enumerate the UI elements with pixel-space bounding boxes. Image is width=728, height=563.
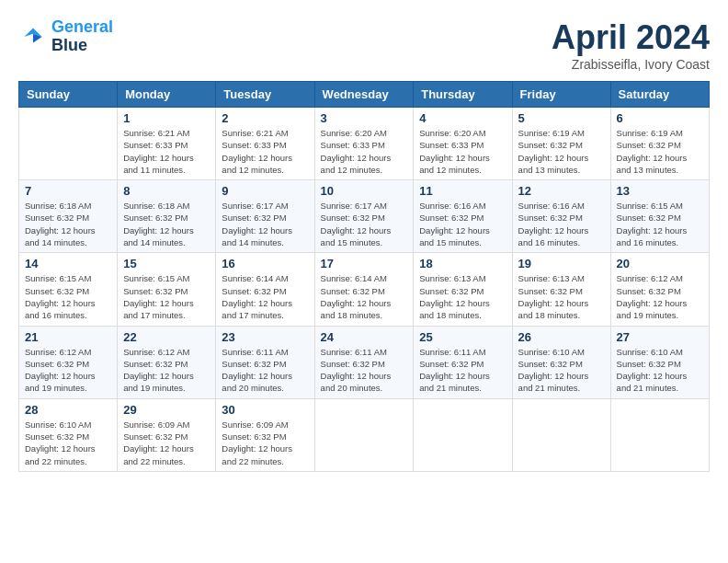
calendar-cell: 15Sunrise: 6:15 AM Sunset: 6:32 PM Dayli…	[118, 253, 216, 326]
day-number: 29	[123, 403, 210, 417]
day-number: 18	[419, 257, 506, 270]
day-info: Sunrise: 6:18 AM Sunset: 6:32 PM Dayligh…	[123, 200, 210, 248]
day-info: Sunrise: 6:18 AM Sunset: 6:32 PM Dayligh…	[25, 200, 111, 248]
calendar-cell: 22Sunrise: 6:12 AM Sunset: 6:32 PM Dayli…	[118, 326, 216, 398]
day-info: Sunrise: 6:15 AM Sunset: 6:32 PM Dayligh…	[123, 272, 210, 321]
calendar-cell: 13Sunrise: 6:15 AM Sunset: 6:32 PM Dayli…	[610, 180, 709, 253]
calendar-cell: 10Sunrise: 6:17 AM Sunset: 6:32 PM Dayli…	[314, 180, 414, 253]
calendar-cell: 26Sunrise: 6:10 AM Sunset: 6:32 PM Dayli…	[512, 326, 610, 398]
calendar-cell: 20Sunrise: 6:12 AM Sunset: 6:32 PM Dayli…	[610, 253, 709, 326]
day-info: Sunrise: 6:21 AM Sunset: 6:33 PM Dayligh…	[123, 127, 210, 176]
calendar-cell: 30Sunrise: 6:09 AM Sunset: 6:32 PM Dayli…	[216, 398, 314, 471]
day-number: 1	[123, 111, 210, 125]
day-info: Sunrise: 6:20 AM Sunset: 6:33 PM Dayligh…	[321, 127, 408, 176]
calendar-cell	[314, 398, 414, 471]
day-number: 19	[518, 257, 605, 270]
calendar-week-row: 21Sunrise: 6:12 AM Sunset: 6:32 PM Dayli…	[19, 326, 710, 398]
day-info: Sunrise: 6:16 AM Sunset: 6:32 PM Dayligh…	[419, 200, 506, 248]
day-info: Sunrise: 6:11 AM Sunset: 6:32 PM Dayligh…	[321, 346, 408, 395]
calendar-cell	[19, 108, 118, 180]
day-info: Sunrise: 6:11 AM Sunset: 6:32 PM Dayligh…	[222, 346, 308, 395]
day-info: Sunrise: 6:14 AM Sunset: 6:32 PM Dayligh…	[321, 272, 408, 321]
calendar-week-row: 7Sunrise: 6:18 AM Sunset: 6:32 PM Daylig…	[19, 180, 710, 253]
day-info: Sunrise: 6:15 AM Sunset: 6:32 PM Dayligh…	[617, 200, 703, 248]
calendar-cell: 3Sunrise: 6:20 AM Sunset: 6:33 PM Daylig…	[314, 108, 414, 180]
day-number: 9	[222, 184, 308, 198]
day-info: Sunrise: 6:10 AM Sunset: 6:32 PM Dayligh…	[25, 419, 111, 467]
weekday-header: Saturday	[610, 82, 709, 108]
calendar-cell: 23Sunrise: 6:11 AM Sunset: 6:32 PM Dayli…	[216, 326, 314, 398]
day-info: Sunrise: 6:09 AM Sunset: 6:32 PM Dayligh…	[222, 419, 308, 467]
calendar-week-row: 14Sunrise: 6:15 AM Sunset: 6:32 PM Dayli…	[19, 253, 710, 326]
logo-text: GeneralBlue	[51, 18, 113, 55]
day-number: 30	[222, 403, 308, 417]
calendar-cell: 4Sunrise: 6:20 AM Sunset: 6:33 PM Daylig…	[414, 108, 512, 180]
day-number: 22	[123, 330, 210, 344]
day-number: 4	[419, 111, 506, 125]
day-info: Sunrise: 6:13 AM Sunset: 6:32 PM Dayligh…	[419, 272, 506, 321]
calendar-cell: 2Sunrise: 6:21 AM Sunset: 6:33 PM Daylig…	[216, 108, 314, 180]
calendar-cell: 29Sunrise: 6:09 AM Sunset: 6:32 PM Dayli…	[118, 398, 216, 471]
day-info: Sunrise: 6:16 AM Sunset: 6:32 PM Dayligh…	[518, 200, 605, 248]
day-info: Sunrise: 6:09 AM Sunset: 6:32 PM Dayligh…	[123, 419, 210, 467]
day-info: Sunrise: 6:19 AM Sunset: 6:32 PM Dayligh…	[518, 127, 605, 176]
calendar-header-row: SundayMondayTuesdayWednesdayThursdayFrid…	[19, 82, 710, 108]
calendar-cell: 14Sunrise: 6:15 AM Sunset: 6:32 PM Dayli…	[19, 253, 118, 326]
day-info: Sunrise: 6:13 AM Sunset: 6:32 PM Dayligh…	[518, 272, 605, 321]
calendar-cell	[610, 398, 709, 471]
location-label: Zrabisseifla, Ivory Coast	[552, 57, 710, 72]
day-info: Sunrise: 6:17 AM Sunset: 6:32 PM Dayligh…	[321, 200, 408, 248]
day-number: 26	[518, 330, 605, 344]
calendar-cell: 18Sunrise: 6:13 AM Sunset: 6:32 PM Dayli…	[414, 253, 512, 326]
day-info: Sunrise: 6:12 AM Sunset: 6:32 PM Dayligh…	[123, 346, 210, 395]
page-header: GeneralBlue April 2024 Zrabisseifla, Ivo…	[18, 18, 710, 72]
day-info: Sunrise: 6:15 AM Sunset: 6:32 PM Dayligh…	[25, 272, 111, 321]
weekday-header: Thursday	[414, 82, 512, 108]
calendar-cell: 1Sunrise: 6:21 AM Sunset: 6:33 PM Daylig…	[118, 108, 216, 180]
day-info: Sunrise: 6:11 AM Sunset: 6:32 PM Dayligh…	[419, 346, 506, 395]
calendar-cell: 27Sunrise: 6:10 AM Sunset: 6:32 PM Dayli…	[610, 326, 709, 398]
day-info: Sunrise: 6:12 AM Sunset: 6:32 PM Dayligh…	[25, 346, 111, 395]
logo: GeneralBlue	[18, 18, 113, 55]
calendar-cell: 28Sunrise: 6:10 AM Sunset: 6:32 PM Dayli…	[19, 398, 118, 471]
weekday-header: Tuesday	[216, 82, 314, 108]
month-title: April 2024	[552, 18, 710, 57]
day-number: 15	[123, 257, 210, 270]
day-number: 27	[617, 330, 703, 344]
day-number: 5	[518, 111, 605, 125]
day-info: Sunrise: 6:10 AM Sunset: 6:32 PM Dayligh…	[518, 346, 605, 395]
day-info: Sunrise: 6:21 AM Sunset: 6:33 PM Dayligh…	[222, 127, 308, 176]
calendar-cell: 8Sunrise: 6:18 AM Sunset: 6:32 PM Daylig…	[118, 180, 216, 253]
day-number: 13	[617, 184, 703, 198]
calendar-cell: 24Sunrise: 6:11 AM Sunset: 6:32 PM Dayli…	[314, 326, 414, 398]
day-number: 11	[419, 184, 506, 198]
day-number: 8	[123, 184, 210, 198]
calendar-cell: 21Sunrise: 6:12 AM Sunset: 6:32 PM Dayli…	[19, 326, 118, 398]
day-info: Sunrise: 6:20 AM Sunset: 6:33 PM Dayligh…	[419, 127, 506, 176]
day-number: 2	[222, 111, 308, 125]
calendar-cell: 17Sunrise: 6:14 AM Sunset: 6:32 PM Dayli…	[314, 253, 414, 326]
weekday-header: Friday	[512, 82, 610, 108]
day-number: 20	[617, 257, 703, 270]
day-number: 14	[25, 257, 111, 270]
calendar-cell: 11Sunrise: 6:16 AM Sunset: 6:32 PM Dayli…	[414, 180, 512, 253]
day-number: 25	[419, 330, 506, 344]
day-number: 6	[617, 111, 703, 125]
calendar-table: SundayMondayTuesdayWednesdayThursdayFrid…	[18, 81, 710, 472]
day-number: 17	[321, 257, 408, 270]
calendar-cell: 19Sunrise: 6:13 AM Sunset: 6:32 PM Dayli…	[512, 253, 610, 326]
day-number: 21	[25, 330, 111, 344]
calendar-cell: 7Sunrise: 6:18 AM Sunset: 6:32 PM Daylig…	[19, 180, 118, 253]
weekday-header: Wednesday	[314, 82, 414, 108]
weekday-header: Monday	[118, 82, 216, 108]
calendar-cell: 12Sunrise: 6:16 AM Sunset: 6:32 PM Dayli…	[512, 180, 610, 253]
calendar-cell: 16Sunrise: 6:14 AM Sunset: 6:32 PM Dayli…	[216, 253, 314, 326]
calendar-cell: 9Sunrise: 6:17 AM Sunset: 6:32 PM Daylig…	[216, 180, 314, 253]
calendar-cell	[414, 398, 512, 471]
day-info: Sunrise: 6:14 AM Sunset: 6:32 PM Dayligh…	[222, 272, 308, 321]
calendar-week-row: 1Sunrise: 6:21 AM Sunset: 6:33 PM Daylig…	[19, 108, 710, 180]
day-number: 28	[25, 403, 111, 417]
day-number: 23	[222, 330, 308, 344]
day-number: 3	[321, 111, 408, 125]
weekday-header: Sunday	[19, 82, 118, 108]
